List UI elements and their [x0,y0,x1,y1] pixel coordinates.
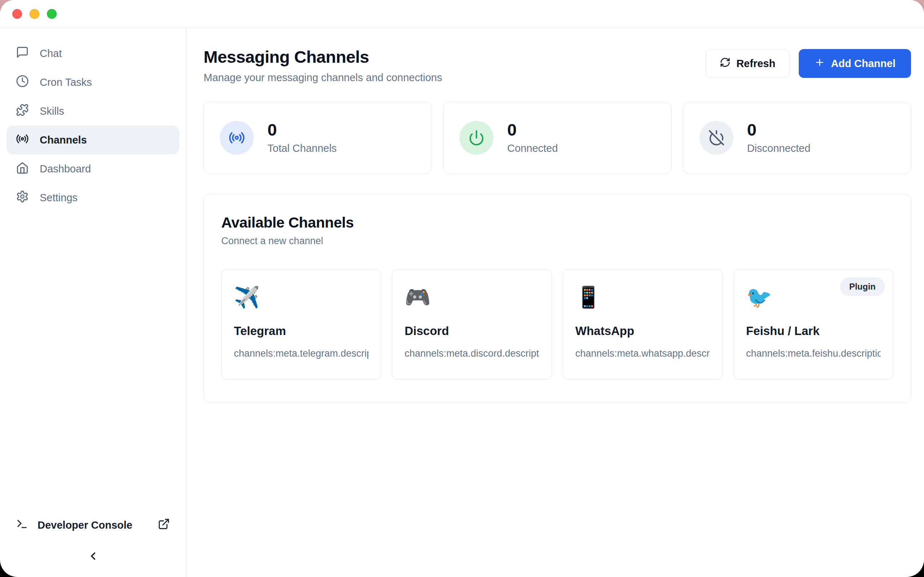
available-channels-panel: Available Channels Connect a new channel… [204,193,911,403]
telegram-airplane-emoji-icon: ✈️ [234,287,260,308]
page-header: Messaging Channels Manage your messaging… [204,47,911,84]
stat-card-connected: 0 Connected [443,102,671,174]
channel-name: Feishu / Lark [746,324,881,338]
available-channels-subtitle: Connect a new channel [221,235,893,247]
sidebar-item-settings[interactable]: Settings [6,183,179,212]
page-subtitle: Manage your messaging channels and conne… [204,72,442,84]
broadcast-icon [16,132,29,148]
titlebar [0,0,924,28]
app-window: Chat Cron Tasks Skills [0,0,924,577]
feishu-bird-emoji-icon: 🐦 [746,287,772,308]
refresh-icon [720,57,730,70]
channel-description: channels:meta.telegram.descript [234,348,368,359]
external-link-icon[interactable] [158,518,170,533]
sidebar-nav: Chat Cron Tasks Skills [0,39,186,212]
stat-label: Connected [507,142,558,154]
gear-icon [16,190,29,206]
stat-value: 0 [267,121,337,138]
add-channel-button-label: Add Channel [831,58,895,69]
sidebar-item-dashboard[interactable]: Dashboard [6,154,179,183]
sidebar-item-skills[interactable]: Skills [6,97,179,126]
sidebar-item-label: Channels [40,134,87,146]
channel-card-discord[interactable]: 🎮 Discord channels:meta.discord.descript… [392,269,552,380]
chevron-left-icon [87,550,99,564]
sidebar-item-label: Dashboard [40,163,91,175]
developer-console-link[interactable]: Developer Console [0,512,186,538]
power-off-icon [699,121,733,155]
sidebar-item-chat[interactable]: Chat [6,39,179,68]
channel-card-feishu[interactable]: Plugin 🐦 Feishu / Lark channels:meta.fei… [733,269,893,380]
broadcast-icon [220,121,254,155]
stat-label: Total Channels [267,142,337,154]
refresh-button-label: Refresh [736,58,775,69]
sidebar-item-cron-tasks[interactable]: Cron Tasks [6,68,179,97]
plus-icon [814,57,825,70]
stat-label: Disconnected [747,142,811,154]
stat-value: 0 [747,121,811,138]
close-window-button[interactable] [12,9,22,19]
sidebar-collapse-row [0,542,186,572]
puzzle-icon [16,103,29,119]
sidebar-item-label: Settings [40,192,78,204]
sidebar-item-channels[interactable]: Channels [6,126,179,154]
channel-card-whatsapp[interactable]: 📱 WhatsApp channels:meta.whatsapp.descri… [563,269,723,380]
page-title: Messaging Channels [204,47,442,67]
collapse-sidebar-button[interactable] [82,546,104,567]
stat-value: 0 [507,121,558,138]
discord-gamepad-emoji-icon: 🎮 [405,287,431,308]
chat-bubble-icon [16,46,29,61]
plugin-badge: Plugin [840,277,885,296]
traffic-lights [12,9,57,19]
sidebar-item-label: Skills [40,105,64,117]
zoom-window-button[interactable] [47,9,57,19]
minimize-window-button[interactable] [30,9,39,19]
sidebar-item-label: Cron Tasks [40,76,92,89]
channel-card-telegram[interactable]: ✈️ Telegram channels:meta.telegram.descr… [221,269,381,380]
power-icon [459,121,493,155]
channel-description: channels:meta.whatsapp.descrip [575,348,710,359]
stats-row: 0 Total Channels 0 Connected [204,102,911,174]
available-channels-title: Available Channels [221,214,893,231]
channel-name: Discord [405,324,539,338]
channel-description: channels:meta.feishu.description [746,348,881,359]
sidebar: Chat Cron Tasks Skills [0,28,186,577]
channel-description: channels:meta.discord.descriptic [405,348,539,359]
clock-icon [16,75,29,90]
whatsapp-phone-emoji-icon: 📱 [575,287,601,308]
add-channel-button[interactable]: Add Channel [799,49,911,78]
stat-card-total-channels: 0 Total Channels [204,102,431,174]
channel-name: WhatsApp [575,324,710,338]
channel-grid: ✈️ Telegram channels:meta.telegram.descr… [221,269,893,380]
home-icon [16,161,29,177]
channel-name: Telegram [234,324,368,338]
sidebar-item-label: Chat [40,48,62,60]
main-content: Messaging Channels Manage your messaging… [186,28,924,577]
terminal-icon [16,518,28,533]
refresh-button[interactable]: Refresh [706,49,789,78]
developer-console-label: Developer Console [37,519,132,531]
stat-card-disconnected: 0 Disconnected [683,102,911,174]
